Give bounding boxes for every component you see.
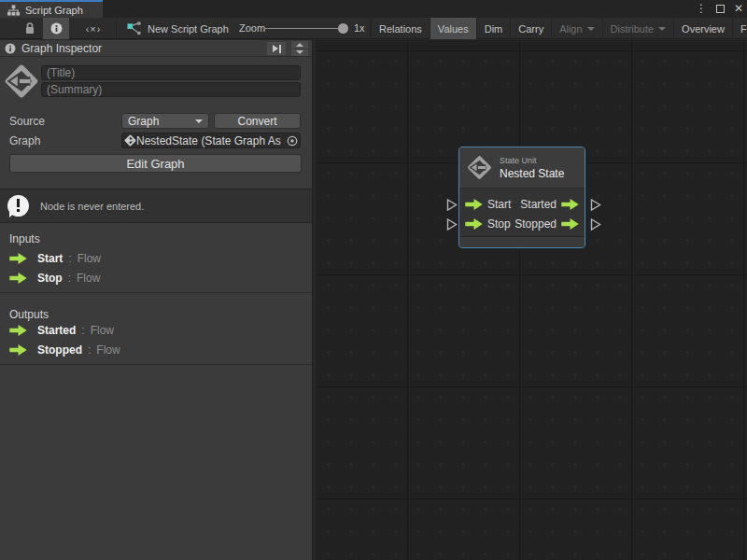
- zoom-value: 1x: [354, 22, 365, 34]
- output-port-row: Stopped : Flow: [9, 343, 120, 357]
- port-triangle-icon[interactable]: [590, 218, 601, 231]
- state-unit-icon: [467, 155, 492, 180]
- inspector-toggle-button[interactable]: [43, 18, 69, 39]
- zoom-label: Zoom: [239, 22, 265, 34]
- flow-arrow-icon: [9, 273, 27, 284]
- flow-arrow-icon: [9, 325, 27, 336]
- source-dropdown[interactable]: Graph: [121, 113, 209, 129]
- scroll-down-button[interactable]: [291, 49, 308, 57]
- inspector-title: Graph Inspector: [21, 42, 102, 55]
- tab-label: Script Graph: [25, 5, 83, 16]
- lock-icon: [24, 22, 35, 35]
- graph-toolbar: ‹×› New Script Graph Zoom 1x Relations V…: [0, 18, 747, 39]
- state-graph-asset-icon: [124, 134, 136, 147]
- node-port-row: Stop Stopped: [459, 214, 585, 233]
- port-triangle-icon[interactable]: [590, 199, 601, 211]
- inspector-header: Graph Inspector: [0, 40, 312, 57]
- window-tab-bar: Script Graph ⋮ ✕: [0, 0, 747, 18]
- scroll-up-button[interactable]: [291, 41, 308, 49]
- warning-icon: [7, 195, 29, 217]
- dock-icon: [273, 45, 278, 52]
- menu-icon[interactable]: ⋮: [696, 0, 707, 18]
- port-triangle-icon[interactable]: [446, 199, 458, 211]
- chevron-down-icon: [195, 119, 203, 123]
- code-icon: ‹×›: [86, 23, 102, 35]
- hierarchy-icon: [7, 5, 20, 16]
- info-icon: [5, 43, 16, 54]
- close-icon[interactable]: ✕: [734, 0, 743, 18]
- flow-arrow-icon[interactable]: [465, 199, 483, 210]
- convert-button[interactable]: Convert: [214, 113, 301, 129]
- node-kind-label: State Unit: [500, 156, 564, 165]
- overview-button[interactable]: Overview: [673, 18, 732, 39]
- outputs-heading: Outputs: [9, 308, 49, 321]
- relations-button[interactable]: Relations: [371, 18, 430, 39]
- flow-arrow-icon[interactable]: [561, 199, 579, 210]
- inputs-heading: Inputs: [9, 232, 40, 245]
- state-unit-node[interactable]: State Unit Nested State Start Started St…: [458, 147, 585, 248]
- source-label: Source: [9, 115, 45, 128]
- info-icon: [50, 22, 63, 35]
- graph-object-field[interactable]: NestedState (State Graph As: [121, 133, 301, 148]
- zoom-slider-handle[interactable]: [338, 23, 348, 34]
- node-header[interactable]: State Unit Nested State: [459, 147, 585, 189]
- object-picker-icon[interactable]: [287, 135, 298, 147]
- output-port-row: Started : Flow: [9, 324, 114, 337]
- new-script-graph-label: New Script Graph: [148, 23, 229, 35]
- input-port-row: Stop : Flow: [9, 272, 100, 285]
- node-port-row: Start Started: [459, 194, 585, 214]
- warning-text: Node is never entered.: [40, 201, 144, 212]
- graph-canvas[interactable]: State Unit Nested State Start Started St…: [316, 40, 747, 560]
- graph-inspector-panel: Graph Inspector Source Graph Convert Gra…: [0, 40, 314, 560]
- maximize-icon[interactable]: [716, 5, 725, 13]
- align-button[interactable]: Align: [551, 18, 601, 39]
- input-port-row: Start : Flow: [9, 252, 101, 265]
- carry-button[interactable]: Carry: [510, 18, 551, 39]
- flow-arrow-icon: [9, 253, 27, 264]
- title-field[interactable]: [41, 65, 301, 80]
- code-preview-button[interactable]: ‹×›: [75, 18, 112, 39]
- distribute-button[interactable]: Distribute: [602, 18, 673, 39]
- chevron-down-icon: [587, 27, 595, 31]
- node-title: Nested State: [500, 167, 564, 180]
- values-button[interactable]: Values: [430, 18, 476, 39]
- zoom-slider-track[interactable]: [265, 28, 345, 29]
- triangle-up-icon: [296, 43, 303, 47]
- port-triangle-icon[interactable]: [446, 218, 458, 231]
- graph-field-label: Graph: [9, 134, 40, 147]
- fullscreen-button[interactable]: Full Screen: [732, 18, 747, 39]
- flow-arrow-icon[interactable]: [465, 218, 483, 230]
- flow-arrow-icon[interactable]: [561, 218, 579, 230]
- new-script-graph-item[interactable]: New Script Graph: [127, 18, 229, 39]
- tab-script-graph[interactable]: Script Graph: [0, 0, 103, 18]
- lock-button[interactable]: [21, 18, 39, 39]
- warning-box: Node is never entered.: [0, 189, 312, 223]
- edit-graph-button[interactable]: Edit Graph: [9, 154, 302, 173]
- dim-button[interactable]: Dim: [476, 18, 511, 39]
- script-graph-icon: [127, 21, 141, 35]
- flow-arrow-icon: [9, 344, 27, 356]
- node-footer: [459, 236, 585, 247]
- state-unit-icon: [4, 63, 39, 99]
- triangle-down-icon: [296, 50, 303, 54]
- chevron-down-icon: [658, 27, 666, 31]
- summary-field[interactable]: [41, 82, 301, 97]
- dock-panel-button[interactable]: [267, 42, 286, 55]
